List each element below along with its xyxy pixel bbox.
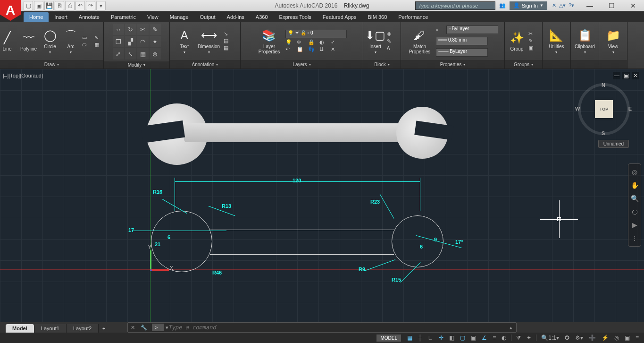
array-icon[interactable]: ▦ bbox=[137, 48, 149, 60]
help-search-input[interactable]: Type a keyword or phrase bbox=[415, 1, 495, 10]
color-swatch-icon[interactable]: ▫ bbox=[436, 27, 444, 33]
tab-model[interactable]: Model bbox=[6, 324, 34, 333]
a360-icon[interactable]: △▾ bbox=[559, 2, 566, 9]
table-icon[interactable]: ▤ bbox=[224, 38, 235, 44]
edit-block-icon[interactable]: ✎ bbox=[387, 38, 398, 44]
tab-home[interactable]: Home bbox=[24, 12, 49, 22]
iso-toggle-icon[interactable]: ◧ bbox=[447, 334, 457, 342]
fillet-icon[interactable]: ◠ bbox=[137, 36, 149, 47]
stretch-icon[interactable]: ⤢ bbox=[113, 48, 124, 60]
layer-state-icon[interactable]: 📋 bbox=[297, 46, 307, 52]
exchange-icon[interactable]: ✕ bbox=[552, 2, 556, 9]
nav-pan-icon[interactable]: ✋ bbox=[629, 180, 640, 190]
cmd-history-icon[interactable]: ▴ bbox=[506, 325, 516, 331]
polar-toggle-icon[interactable]: ✛ bbox=[436, 334, 446, 342]
add-layout-button[interactable]: + bbox=[99, 324, 109, 333]
tab-parametric[interactable]: Parametric bbox=[105, 12, 142, 22]
qat-new-icon[interactable]: ▢ bbox=[24, 1, 33, 10]
qat-open-icon[interactable]: ▣ bbox=[34, 1, 43, 10]
3dosnap-toggle-icon[interactable]: ▣ bbox=[468, 334, 478, 342]
tab-layout2[interactable]: Layout2 bbox=[67, 324, 99, 333]
panel-title-groups[interactable]: Groups ▾ bbox=[505, 60, 542, 69]
viewcube-face[interactable]: TOP bbox=[595, 100, 613, 118]
tab-manage[interactable]: Manage bbox=[164, 12, 194, 22]
panel-title-modify[interactable]: Modify ▾ bbox=[104, 61, 169, 69]
mirror-icon[interactable]: ▞ bbox=[125, 36, 136, 47]
tab-annotate[interactable]: Annotate bbox=[73, 12, 105, 22]
tab-featured[interactable]: Featured Apps bbox=[317, 12, 362, 22]
anno-visibility-icon[interactable]: ✪ bbox=[562, 334, 572, 342]
filter-icon[interactable]: ⧩ bbox=[514, 334, 523, 342]
otrack-toggle-icon[interactable]: ∠ bbox=[479, 334, 489, 342]
panel-title-draw[interactable]: Draw ▾ bbox=[0, 60, 103, 69]
qat-saveas-icon[interactable]: ⎘ bbox=[55, 1, 64, 10]
workspace-icon[interactable]: ⚙▾ bbox=[573, 334, 585, 342]
hardware-accel-icon[interactable]: ⚡ bbox=[599, 334, 611, 342]
viewcube-south[interactable]: S bbox=[602, 130, 605, 136]
tab-performance[interactable]: Performance bbox=[393, 12, 434, 22]
ungroup-icon[interactable]: ✂ bbox=[528, 31, 540, 37]
trim-icon[interactable]: ✂ bbox=[137, 24, 149, 35]
gizmo-icon[interactable]: ✦ bbox=[524, 334, 534, 342]
tab-addins[interactable]: Add-ins bbox=[221, 12, 250, 22]
view-button[interactable]: 📁View▾ bbox=[604, 27, 623, 55]
group-bbox-icon[interactable]: ▣ bbox=[528, 45, 540, 51]
scale-icon[interactable]: ⤡ bbox=[125, 48, 136, 60]
leader-icon[interactable]: ↘ bbox=[224, 31, 235, 37]
layer-merge-icon[interactable]: ⇊ bbox=[319, 46, 330, 52]
transparency-toggle-icon[interactable]: ◐ bbox=[499, 334, 509, 342]
cmd-close-icon[interactable]: ✕ bbox=[128, 325, 138, 331]
tab-bim360[interactable]: BIM 360 bbox=[362, 12, 393, 22]
nav-wheel-icon[interactable]: ◎ bbox=[629, 167, 640, 177]
nav-more-icon[interactable]: ⋮ bbox=[629, 233, 640, 243]
viewcube-east[interactable]: E bbox=[628, 106, 632, 111]
tab-insert[interactable]: Insert bbox=[49, 12, 73, 22]
mtext-icon[interactable]: ▦ bbox=[224, 45, 235, 51]
tab-express[interactable]: Express Tools bbox=[274, 12, 317, 22]
group-edit-icon[interactable]: ✎ bbox=[528, 38, 540, 44]
qat-more-icon[interactable]: ▾ bbox=[96, 1, 106, 10]
minimize-button[interactable]: — bbox=[579, 0, 601, 11]
match-properties-button[interactable]: 🖌Match Properties bbox=[407, 27, 433, 55]
erase-icon[interactable]: ✎ bbox=[150, 24, 161, 35]
modelspace-toggle[interactable]: MODEL bbox=[376, 334, 401, 342]
anno-monitor-icon[interactable]: ➕ bbox=[586, 334, 598, 342]
text-button[interactable]: AText▾ bbox=[175, 27, 194, 55]
customize-icon[interactable]: ≡ bbox=[633, 334, 641, 342]
current-layer-select[interactable]: 💡 ☀ 🔓 ▫ 0 bbox=[285, 30, 347, 38]
close-button[interactable]: ✕ bbox=[622, 0, 644, 11]
viewcube-north[interactable]: N bbox=[602, 82, 605, 88]
viewport-maximize-icon[interactable]: ▣ bbox=[622, 72, 630, 79]
qat-undo-icon[interactable]: ↶ bbox=[75, 1, 85, 10]
annoscale-icon[interactable]: 🔍 1:1▾ bbox=[539, 334, 561, 342]
panel-title-block[interactable]: Block ▾ bbox=[363, 60, 401, 69]
layer-lock-icon[interactable]: 🔒 bbox=[308, 39, 318, 45]
viewcube-west[interactable]: W bbox=[575, 106, 580, 111]
command-input[interactable] bbox=[168, 324, 506, 331]
rectangle-icon[interactable]: ▭ bbox=[82, 34, 93, 41]
insert-block-button[interactable]: ⬇▢Insert▾ bbox=[366, 27, 385, 55]
cleanscreen-icon[interactable]: ▣ bbox=[622, 334, 632, 342]
circle-button[interactable]: ◯Circle▾ bbox=[41, 27, 59, 55]
layer-iso-icon[interactable]: ◐ bbox=[319, 39, 330, 45]
panel-title-layers[interactable]: Layers ▾ bbox=[241, 60, 363, 69]
viewcube[interactable]: TOP N E S W bbox=[578, 83, 630, 135]
ortho-toggle-icon[interactable]: ∟ bbox=[426, 334, 436, 342]
clipboard-button[interactable]: 📋Clipboard▾ bbox=[573, 27, 597, 55]
tab-a360[interactable]: A360 bbox=[250, 12, 274, 22]
layer-prev-icon[interactable]: ↶ bbox=[285, 46, 296, 52]
color-select[interactable]: ▫ ByLayer bbox=[446, 26, 498, 34]
rotate-icon[interactable]: ↻ bbox=[125, 24, 136, 35]
dimension-button[interactable]: ⟷Dimension▾ bbox=[196, 27, 222, 55]
maximize-button[interactable]: ☐ bbox=[601, 0, 622, 11]
osnap-toggle-icon[interactable]: ▢ bbox=[458, 334, 468, 342]
lineweight-toggle-icon[interactable]: ≡ bbox=[490, 334, 498, 342]
layer-properties-button[interactable]: 📚Layer Properties bbox=[257, 27, 282, 55]
viewport-close-icon[interactable]: ✕ bbox=[632, 72, 639, 79]
snap-toggle-icon[interactable]: ┼ bbox=[416, 334, 425, 342]
polyline-button[interactable]: 〰Polyline bbox=[18, 29, 39, 52]
qat-plot-icon[interactable]: ⎙ bbox=[65, 1, 75, 10]
utilities-button[interactable]: 📐Utilities▾ bbox=[547, 27, 566, 55]
move-icon[interactable]: ↔ bbox=[113, 24, 124, 35]
isolate-icon[interactable]: ◎ bbox=[612, 334, 621, 342]
